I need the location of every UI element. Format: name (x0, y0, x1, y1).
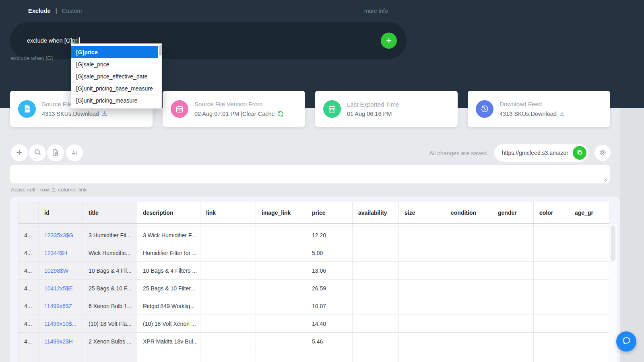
cell-size[interactable] (399, 224, 445, 226)
cell-price[interactable]: 26.59 (306, 280, 353, 297)
cell-description[interactable]: 25 Bags & 10 Filter... (137, 280, 200, 297)
cell-condition[interactable] (445, 350, 492, 362)
cell-description[interactable]: Ridgid 849 Worklig... (137, 297, 200, 315)
cell-image_link[interactable] (256, 262, 306, 280)
cell-title[interactable]: 6 Xenon Bulb 1... (83, 297, 137, 315)
product-id-link[interactable]: 11499x10$... (44, 321, 76, 327)
col-header-color[interactable]: color (534, 202, 569, 224)
cell-link[interactable] (200, 224, 256, 226)
product-id-link[interactable]: 11499x2$H (44, 338, 73, 345)
cell-color[interactable] (534, 297, 569, 315)
cell-availability[interactable] (353, 315, 399, 333)
col-header-size[interactable]: size (399, 202, 445, 224)
settings-button[interactable] (594, 145, 611, 161)
col-header-description[interactable]: description (137, 202, 200, 224)
cell-size[interactable] (399, 226, 445, 244)
add-rule-button[interactable]: + (381, 33, 397, 49)
cell-condition[interactable] (445, 333, 492, 350)
cell-link[interactable] (200, 350, 256, 362)
download-icon[interactable] (101, 110, 108, 117)
cell-row_num[interactable]: 4... (19, 280, 39, 297)
cell-row_num[interactable]: 4... (19, 297, 39, 315)
cell-image_link[interactable] (256, 350, 306, 362)
cell-image_link[interactable] (256, 315, 306, 333)
cell-id[interactable]: 11499x6$Z (39, 297, 83, 315)
add-row-button[interactable] (11, 144, 28, 161)
cell-description[interactable]: (10) 18 Volt Xenon ... (137, 315, 200, 333)
col-header-id[interactable]: id (39, 202, 83, 224)
cell-gender[interactable] (492, 224, 534, 226)
cell-link[interactable] (200, 244, 256, 262)
cell-gender[interactable] (492, 280, 534, 297)
cell-id[interactable] (39, 350, 83, 362)
cell-description[interactable]: Humidifier Filter for ... (137, 244, 200, 262)
cell-row_num[interactable]: 4... (19, 333, 39, 350)
cell-id[interactable]: 11499x10$... (39, 315, 83, 333)
cell-condition[interactable] (445, 280, 492, 297)
search-button[interactable] (29, 144, 46, 161)
resize-handle[interactable] (603, 177, 608, 182)
cell-age_group[interactable] (569, 224, 609, 226)
ai-button[interactable]: AI (66, 144, 83, 161)
cell-age_group[interactable] (569, 244, 609, 262)
cell-description[interactable]: 3 Wick Humidifier F... (137, 226, 200, 244)
cell-image_link[interactable] (256, 224, 306, 226)
cell-size[interactable] (399, 244, 445, 262)
cell-availability[interactable] (353, 333, 399, 350)
cell-row_num[interactable]: 4... (19, 226, 39, 244)
cell-title[interactable]: 25 Bags & 10 F... (83, 280, 137, 297)
col-header-title[interactable]: title (83, 202, 137, 224)
table-vertical-scrollbar[interactable] (609, 224, 617, 362)
cell-age_group[interactable] (569, 350, 609, 362)
cell-id[interactable]: 10298$W (39, 262, 83, 280)
cell-row_num[interactable]: 4... (19, 262, 39, 280)
cell-price[interactable]: 12.20 (306, 226, 353, 244)
cell-row_num[interactable] (19, 224, 39, 226)
cell-color[interactable] (534, 244, 569, 262)
cell-age_group[interactable] (569, 280, 609, 297)
cell-title[interactable]: 10 Bags & 4 Fil... (83, 262, 137, 280)
cell-image_link[interactable] (256, 333, 306, 350)
cell-description[interactable] (137, 350, 200, 362)
cell-size[interactable] (399, 315, 445, 333)
cell-color[interactable] (534, 315, 569, 333)
cell-link[interactable] (200, 333, 256, 350)
cell-color[interactable] (534, 262, 569, 280)
cell-link[interactable] (200, 315, 256, 333)
feed-url-field[interactable]: https://gmcfeed.s3.amazor (494, 144, 588, 162)
cell-condition[interactable] (445, 224, 492, 226)
cell-size[interactable] (399, 333, 445, 350)
autocomplete-option[interactable]: [G]price (71, 46, 158, 58)
col-header-condition[interactable]: condition (445, 202, 492, 224)
cell-id[interactable] (39, 224, 83, 226)
cell-price[interactable]: 10.07 (306, 297, 353, 315)
cell-age_group[interactable] (569, 315, 609, 333)
cell-image_link[interactable] (256, 297, 306, 315)
cell-row_num[interactable]: 4... (19, 244, 39, 262)
cell-link[interactable] (200, 297, 256, 315)
cell-price[interactable]: 5.00 (306, 244, 353, 262)
cell-gender[interactable] (492, 226, 534, 244)
clear-cache-link[interactable]: Clear Cache (242, 111, 275, 117)
refresh-icon[interactable] (277, 110, 284, 117)
more-info-link[interactable]: more info (364, 8, 388, 14)
cell-image_link[interactable] (256, 244, 306, 262)
col-header-row_num[interactable] (19, 202, 39, 224)
cell-gender[interactable] (492, 262, 534, 280)
cell-condition[interactable] (445, 297, 492, 315)
cell-age_group[interactable] (569, 297, 609, 315)
chat-widget-button[interactable] (616, 331, 636, 352)
cell-image_link[interactable] (256, 280, 306, 297)
cell-price[interactable]: 14.40 (306, 315, 353, 333)
product-id-link[interactable]: 10298$W (44, 267, 68, 274)
cell-age_group[interactable] (569, 262, 609, 280)
cell-title[interactable]: Wick Humidifie... (83, 244, 137, 262)
product-id-link[interactable]: 12335x3$G (44, 232, 73, 239)
copy-url-button[interactable] (573, 146, 586, 160)
download-source-link[interactable]: Download (73, 111, 99, 117)
cell-size[interactable] (399, 297, 445, 315)
cell-image_link[interactable] (256, 226, 306, 244)
cell-color[interactable] (534, 224, 569, 226)
cell-price[interactable] (306, 224, 353, 226)
cell-gender[interactable] (492, 297, 534, 315)
